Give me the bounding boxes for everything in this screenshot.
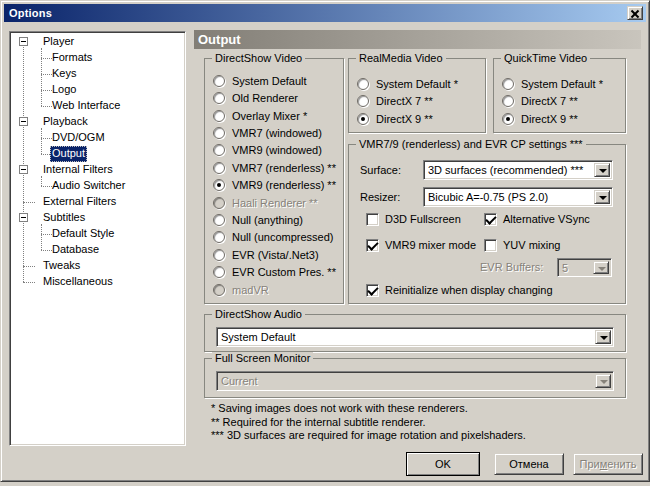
reinitialize-checkbox[interactable]: Reinitialize when display changing [366,282,553,298]
radio-system-default[interactable]: System Default * [502,75,624,93]
tree-item-default-style[interactable]: Default Style [10,226,183,242]
collapse-icon[interactable] [19,213,28,222]
yuv-mixing-checkbox[interactable]: YUV mixing [484,237,560,253]
radio-label: Null (anything) [232,214,303,226]
radio-overlay-mixer[interactable]: Overlay Mixer * [213,107,342,124]
directshow-audio-select[interactable]: System Default [216,327,614,347]
chevron-down-icon [593,261,609,274]
collapse-icon[interactable] [19,37,28,46]
radio-vmr9-renderless[interactable]: VMR9 (renderless) ** [213,176,342,193]
radio-old-renderer[interactable]: Old Renderer [213,89,342,106]
quicktime-video-options: System Default *DirectX 7 **DirectX 9 ** [495,59,624,131]
radio-icon [213,92,225,104]
tree-item-label: Formats [50,50,94,66]
tree-item-formats[interactable]: Formats [10,50,183,66]
evr-buffers-label: EVR Buffers: [480,258,543,277]
tree-item-keys[interactable]: Keys [10,66,183,82]
checkbox-label: Alternative VSync [503,213,590,225]
radio-label: VMR7 (renderless) ** [232,162,336,174]
group-realmedia-video: RealMedia Video System Default *DirectX … [348,58,486,133]
tree-item-internal-filters[interactable]: Internal Filters [10,162,183,178]
group-quicktime-video: QuickTime Video System Default *DirectX … [493,58,626,133]
chevron-down-icon[interactable] [594,190,610,204]
tree-item-label: Default Style [50,226,116,242]
tree-item-subtitles[interactable]: Subtitles [10,210,183,226]
tree-item-label: Web Interface [50,98,122,114]
ok-button[interactable]: OK [406,452,480,476]
tree-item-tweaks[interactable]: Tweaks [10,258,183,274]
radio-system-default[interactable]: System Default [213,72,342,89]
radio-label: System Default * [521,78,603,90]
tree-item-label: External Filters [41,194,118,210]
radio-vmr9-windowed[interactable]: VMR9 (windowed) [213,142,342,159]
screen: Options PlayerFormatsKeysLogoWeb Interfa… [0,0,650,486]
radio-directx-9[interactable]: DirectX 9 ** [502,110,624,128]
radio-icon [213,179,225,191]
vmr9-mixer-mode-checkbox[interactable]: VMR9 mixer mode [366,237,476,253]
chevron-down-icon[interactable] [595,330,611,344]
checkbox-label: Reinitialize when display changing [385,284,553,296]
radio-directx-9[interactable]: DirectX 9 ** [357,110,484,128]
radio-icon [213,231,225,243]
radio-icon [213,284,225,296]
radio-system-default[interactable]: System Default * [357,75,484,93]
tree-item-output[interactable]: Output [10,146,183,162]
radio-label: DirectX 9 ** [521,113,578,125]
resizer-select[interactable]: Bicubic A=-0.75 (PS 2.0) [423,187,613,207]
radio-null-uncompressed[interactable]: Null (uncompressed) [213,229,342,246]
collapse-icon[interactable] [19,117,28,126]
surface-select[interactable]: 3D surfaces (recommended) *** [423,160,613,180]
surface-label: Surface: [360,160,401,180]
tree-item-miscellaneous[interactable]: Miscellaneous [10,274,183,290]
collapse-icon[interactable] [19,165,28,174]
radio-icon [213,127,225,139]
group-title: Full Screen Monitor [212,352,313,364]
tree-item-label: Player [41,34,76,50]
radio-vmr7-windowed[interactable]: VMR7 (windowed) [213,124,342,141]
options-tree: PlayerFormatsKeysLogoWeb InterfacePlayba… [9,31,186,446]
close-button[interactable] [627,6,643,20]
radio-icon [357,95,369,107]
checkbox-label: YUV mixing [503,239,560,251]
tree-item-label: Internal Filters [41,162,115,178]
group-title: VMR7/9 (renderless) and EVR CP settings … [356,138,586,150]
tree-item-audio-switcher[interactable]: Audio Switcher [10,178,183,194]
tree-item-playback[interactable]: Playback [10,114,183,130]
tree-item-label: Keys [50,66,78,82]
radio-label: VMR9 (windowed) [232,144,322,156]
tree-item-external-filters[interactable]: External Filters [10,194,183,210]
radio-null-anything[interactable]: Null (anything) [213,211,342,228]
radio-label: DirectX 7 ** [521,95,578,107]
radio-evr-custom-pres[interactable]: EVR Custom Pres. ** [213,263,342,280]
radio-icon [502,95,514,107]
tree-item-database[interactable]: Database [10,242,183,258]
resizer-value: Bicubic A=-0.75 (PS 2.0) [428,190,592,204]
tree-item-dvd-ogm[interactable]: DVD/OGM [10,130,183,146]
tree-item-player[interactable]: Player [10,34,183,50]
fullscreen-monitor-select: Current [216,371,614,391]
chevron-down-icon[interactable] [594,163,610,177]
radio-label: Haali Renderer ** [232,197,318,209]
radio-vmr7-renderless[interactable]: VMR7 (renderless) ** [213,159,342,176]
d3d-fullscreen-checkbox[interactable]: D3D Fullscreen [366,211,461,227]
cancel-button[interactable]: Отмена [494,453,564,475]
radio-label: Old Renderer [232,92,298,104]
group-directshow-video: DirectShow Video System DefaultOld Rende… [204,58,344,304]
alternative-vsync-checkbox[interactable]: Alternative VSync [484,211,590,227]
checkbox-icon [484,213,497,226]
footnotes: * Saving images does not work with these… [211,402,526,443]
radio-madvr: madVR [213,281,342,298]
tree-item-logo[interactable]: Logo [10,82,183,98]
tree-item-web-interface[interactable]: Web Interface [10,98,183,114]
radio-icon [357,78,369,90]
radio-label: Null (uncompressed) [232,231,333,243]
radio-directx-7[interactable]: DirectX 7 ** [357,93,484,111]
radio-directx-7[interactable]: DirectX 7 ** [502,93,624,111]
radio-label: Overlay Mixer * [232,110,307,122]
title-bar[interactable]: Options [4,4,646,22]
radio-evr-vista-net3[interactable]: EVR (Vista/.Net3) [213,246,342,263]
radio-label: System Default * [376,78,458,90]
tree-connector-stub [23,202,35,203]
group-directshow-audio: DirectShow Audio System Default [204,314,626,352]
evr-buffers-select: 5 [557,258,612,277]
